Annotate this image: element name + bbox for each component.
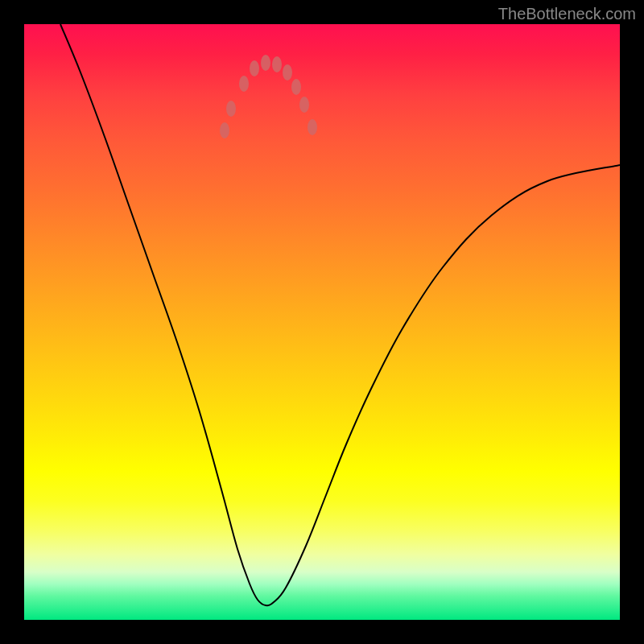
minimum-dot bbox=[272, 56, 282, 72]
minimum-dot bbox=[308, 119, 317, 135]
minimum-dot bbox=[283, 64, 292, 80]
minimum-dot bbox=[220, 122, 229, 138]
bottleneck-curve bbox=[60, 24, 620, 605]
chart-svg bbox=[24, 24, 620, 620]
minimum-dot bbox=[226, 101, 236, 117]
minimum-dot bbox=[261, 55, 270, 71]
watermark-text: TheBottleneck.com bbox=[498, 5, 636, 23]
chart-plot-area bbox=[24, 24, 620, 620]
minimum-dot bbox=[299, 97, 309, 113]
minimum-dots-group bbox=[220, 55, 317, 138]
minimum-dot bbox=[250, 60, 259, 76]
minimum-dot bbox=[291, 79, 301, 95]
minimum-dot bbox=[239, 76, 249, 92]
